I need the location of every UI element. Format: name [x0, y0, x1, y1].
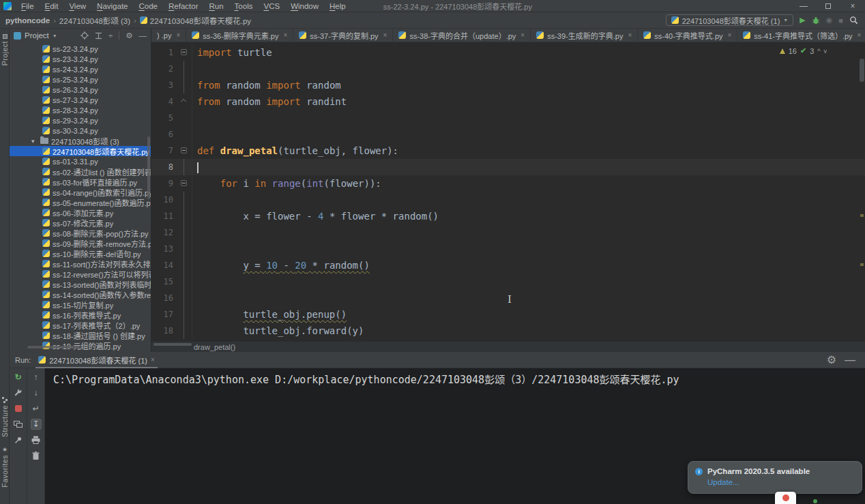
tree-item[interactable]: ss-25-3.24.py — [10, 74, 151, 85]
code-area[interactable]: 1import turtle23from random import rando… — [151, 42, 865, 341]
coverage-button[interactable]: ◉ — [826, 16, 833, 25]
close-icon[interactable]: × — [284, 31, 288, 39]
inspections-widget[interactable]: 16 ✔ 3 ^ v — [780, 46, 827, 55]
fold-gutter[interactable] — [176, 224, 192, 241]
hide-panel-icon[interactable]: — — [139, 31, 147, 40]
tree-item[interactable]: ss-28-3.24.py — [10, 105, 151, 115]
editor-scrollbar-horizontal[interactable] — [153, 343, 192, 346]
line-number[interactable]: 14 — [151, 261, 176, 270]
collapse-all-icon[interactable] — [95, 32, 102, 40]
editor-tab[interactable]: ss-41-字典推导式（筛选）.py× — [737, 29, 865, 42]
menu-item-view[interactable]: View — [64, 1, 91, 11]
menu-item-tools[interactable]: Tools — [230, 1, 258, 11]
filter-icon[interactable]: ÷ — [108, 31, 113, 40]
prev-problem-icon[interactable]: ^ — [817, 48, 820, 55]
line-number[interactable]: 16 — [151, 293, 176, 303]
code-text[interactable]: turtle_obj.forward(y) — [192, 325, 364, 336]
fold-gutter[interactable] — [176, 208, 192, 224]
code-text[interactable]: from random import random — [192, 80, 341, 91]
editor-tab[interactable]: ss-40-字典推导式.py× — [638, 29, 737, 42]
line-number[interactable]: 9 — [151, 179, 176, 188]
tree-item[interactable]: ss-01-3.31.py — [10, 156, 151, 166]
line-number[interactable]: 13 — [151, 244, 176, 254]
close-icon[interactable]: × — [728, 31, 732, 39]
tree-item[interactable]: ss-11-sort()方法对列表永久排序.py — [10, 258, 151, 269]
fold-gutter[interactable] — [176, 175, 192, 192]
notification-balloon[interactable]: i PyCharm 2020.3.5 available Update... — [688, 461, 862, 494]
line-number[interactable]: 18 — [151, 326, 176, 336]
menu-item-window[interactable]: Window — [286, 1, 323, 11]
fold-gutter[interactable] — [176, 306, 192, 323]
tree-item[interactable]: ss-05-enumerate()函数遍历.py — [10, 197, 151, 207]
line-number[interactable]: 2 — [151, 64, 176, 74]
tree-item[interactable]: ss-15-切片复制.py — [10, 299, 151, 310]
run-tab[interactable]: 2247103048彭颂春天樱花 (1) × — [35, 352, 158, 368]
update-link[interactable]: Update... — [707, 478, 739, 486]
line-number[interactable]: 12 — [151, 228, 176, 237]
editor-breadcrumb[interactable]: draw_petal() — [194, 343, 235, 351]
line-number[interactable]: 17 — [151, 310, 176, 319]
tree-item[interactable]: ss-09-删除元素-remove方法.py — [10, 238, 151, 248]
breadcrumb-item[interactable]: 2247103048彭颂 (3) — [59, 15, 130, 26]
tree-item[interactable]: ss-16-列表推导式.py — [10, 310, 151, 320]
editor-tab[interactable]: ss-36-删除字典元素.py× — [186, 29, 293, 42]
stripe-structure-button[interactable]: Structure — [0, 397, 10, 437]
search-everywhere-icon[interactable] — [849, 16, 858, 25]
fold-gutter[interactable] — [176, 290, 192, 306]
line-number[interactable]: 11 — [151, 211, 176, 221]
close-icon[interactable]: × — [521, 31, 525, 39]
tree-item[interactable]: ss-23-3.24.py — [10, 54, 151, 64]
stop-button[interactable]: ■ — [838, 16, 843, 25]
line-number[interactable]: 1 — [151, 48, 176, 57]
close-icon[interactable]: × — [628, 31, 632, 39]
menu-item-vcs[interactable]: VCS — [259, 1, 284, 11]
fold-gutter[interactable] — [176, 323, 192, 339]
project-scrollbar-horizontal[interactable] — [27, 346, 80, 349]
run-button[interactable]: ▶ — [800, 16, 805, 25]
editor-tab[interactable]: ss-39-生成新的字典.py× — [531, 29, 638, 42]
line-number[interactable]: 10 — [151, 195, 176, 205]
tree-item[interactable]: ss-30-3.24.py — [10, 125, 151, 136]
breadcrumb-item[interactable]: 2247103048彭颂春天樱花.py — [140, 15, 251, 26]
fold-gutter[interactable] — [176, 110, 192, 126]
tree-item[interactable]: ss-03-for循环直接遍历.py — [10, 177, 151, 187]
tree-item[interactable]: ss-14-sorted()函数传入参数reverse — [10, 289, 151, 299]
close-icon[interactable]: × — [857, 31, 862, 39]
tree-item[interactable]: ss-22-3.24.py — [10, 44, 151, 54]
fold-gutter[interactable] — [176, 192, 192, 208]
tree-item[interactable]: ss-07-修改元素.py — [10, 218, 151, 228]
print-icon[interactable] — [31, 434, 42, 445]
locate-file-icon[interactable] — [80, 31, 89, 40]
menu-item-refactor[interactable]: Refactor — [164, 1, 203, 11]
close-icon[interactable]: × — [840, 0, 865, 12]
warning-stripe-mark[interactable] — [860, 214, 864, 217]
tree-item[interactable]: ss-17-列表推导式（2）.py — [10, 320, 151, 330]
line-number[interactable]: 5 — [151, 113, 176, 123]
run-config-select[interactable]: 2247103048彭颂春天樱花 (1) ▼ — [666, 14, 794, 26]
line-number[interactable]: 4 — [151, 97, 176, 106]
hide-panel-icon[interactable]: — — [845, 354, 855, 366]
rerun-icon[interactable]: ↻ — [13, 372, 24, 383]
tree-item[interactable]: ss-18-通过圆括号 () 创建.py — [10, 330, 151, 340]
fold-gutter[interactable] — [176, 126, 192, 143]
fold-end-icon[interactable] — [181, 99, 186, 104]
fold-gutter[interactable] — [176, 159, 192, 175]
line-number[interactable]: 3 — [151, 80, 176, 90]
fold-marker-icon[interactable] — [181, 147, 187, 153]
chevron-down-icon[interactable]: ▼ — [53, 33, 57, 38]
tree-item[interactable]: ss-26-3.24.py — [10, 85, 151, 95]
gear-icon[interactable]: ⚙ — [827, 353, 836, 366]
tree-item[interactable]: ss-06-添加元素.py — [10, 207, 151, 218]
fold-gutter[interactable] — [176, 44, 192, 61]
tree-folder[interactable]: ▾2247103048彭颂 (3) — [10, 136, 151, 146]
fold-gutter[interactable] — [176, 143, 192, 159]
fold-gutter[interactable] — [176, 61, 192, 77]
fold-gutter[interactable] — [176, 77, 192, 93]
editor-tab[interactable]: ss-37-字典的复制.py× — [293, 29, 393, 42]
breadcrumb-item[interactable]: pythoncode — [5, 16, 50, 25]
wrench-icon[interactable] — [13, 387, 24, 398]
debug-button[interactable] — [812, 16, 820, 25]
menu-item-code[interactable]: Code — [134, 1, 163, 11]
project-scrollbar-vertical[interactable] — [147, 136, 150, 199]
up-stack-icon[interactable]: ↑ — [31, 372, 42, 383]
